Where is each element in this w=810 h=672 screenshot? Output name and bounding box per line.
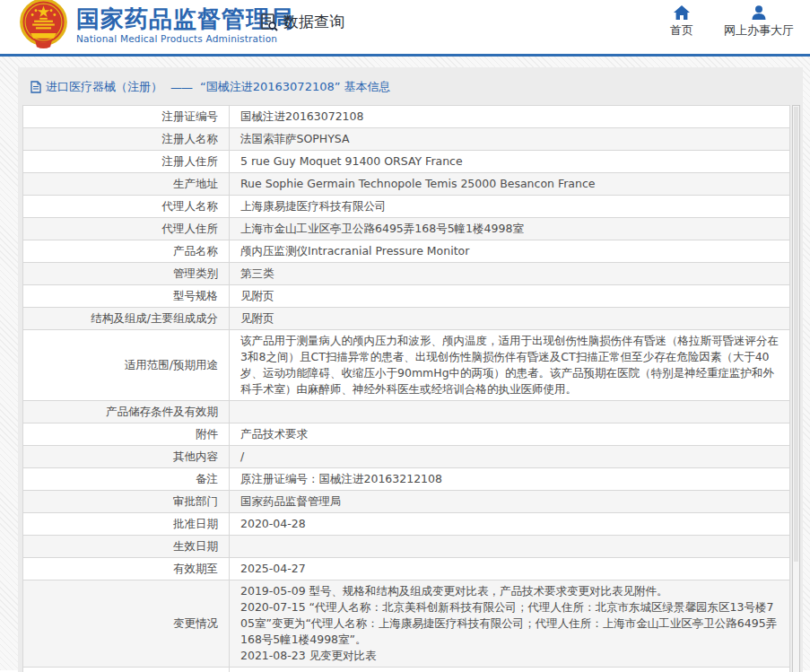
row-label: 适用范围/预期用途 <box>23 330 230 401</box>
row-value: / <box>230 446 790 468</box>
row-label: 产品名称 <box>23 240 230 263</box>
row-label: 生产地址 <box>23 173 230 196</box>
site-header: 国家药品监督管理局 National Medical Products Admi… <box>0 0 810 54</box>
home-icon <box>674 5 690 20</box>
top-nav: 首页 网上办事大厅 <box>670 5 794 39</box>
row-value: 上海康易捷医疗科技有限公司 <box>230 196 790 218</box>
table-row: 产品名称颅内压监测仪Intracranial Pressure Monitor <box>23 240 790 263</box>
row-label: 代理人名称 <box>23 196 230 218</box>
breadcrumb-current: “国械注进20163072108” 基本信息 <box>200 79 391 95</box>
table-row: 附件产品技术要求 <box>23 423 790 446</box>
value-line: 2019-05-09 型号、规格和结构及组成变更对比表，产品技术要求变更对比表见… <box>240 583 779 599</box>
row-value: 5 rue Guy Moquet 91400 ORSAY France <box>230 151 790 173</box>
table-row: 适用范围/预期用途该产品用于测量病人的颅内压力和波形、颅内温度，适用于出现创伤性… <box>23 330 790 401</box>
table-row: 代理人住所上海市金山工业区亭卫公路6495弄168号5幢1楼4998室 <box>23 218 790 240</box>
nav-home-label: 首页 <box>670 22 693 39</box>
table-area: 注册证编号国械注进20163072108注册人名称法国索菲萨SOPHYSA注册人… <box>18 105 803 672</box>
table-row: 注册证编号国械注进20163072108 <box>23 106 790 128</box>
person-icon <box>751 5 767 20</box>
row-label: 结构及组成/主要组成成分 <box>23 308 230 330</box>
page-background: 进口医疗器械（注册） —— “国械注进20163072108” 基本信息 注册证… <box>0 57 810 670</box>
row-value: 国械注进20163072108 <box>230 106 790 128</box>
row-label: 注册人住所 <box>23 151 230 173</box>
row-value: 2019-05-09 型号、规格和结构及组成变更对比表，产品技术要求变更对比表见… <box>230 580 790 668</box>
row-label: 代理人住所 <box>23 218 230 240</box>
row-value: Rue Sophie Germain Technopole Temis 2500… <box>230 173 790 196</box>
nav-home[interactable]: 首页 <box>670 5 693 39</box>
row-value: 原注册证编号：国械注进20163212108 <box>230 468 790 491</box>
table-row: 产品储存条件及有效期 <box>23 401 790 423</box>
row-value: 产品技术要求 <box>230 423 790 446</box>
site-subtitle: National Medical Products Administration <box>76 33 294 44</box>
value-line: 2021-08-23 见变更对比表 <box>240 648 779 664</box>
row-label: 生效日期 <box>23 536 230 558</box>
nav-service-hall-label: 网上办事大厅 <box>724 22 794 39</box>
vertical-scrollbar[interactable] <box>792 105 800 672</box>
breadcrumb-category[interactable]: 进口医疗器械（注册） <box>46 79 162 95</box>
table-row: 型号规格见附页 <box>23 285 790 308</box>
table-row: 生产地址Rue Sophie Germain Technopole Temis … <box>23 173 790 196</box>
table-row: 生效日期 <box>23 536 790 558</box>
table-row: 注详情 <box>23 668 790 672</box>
china-national-emblem-icon <box>18 0 69 49</box>
data-query-label: 数据查询 <box>283 12 344 32</box>
breadcrumb: 进口医疗器械（注册） —— “国械注进20163072108” 基本信息 <box>18 67 803 105</box>
row-value <box>230 536 790 558</box>
table-row: 其他内容/ <box>23 446 790 468</box>
row-value: 第三类 <box>230 263 790 285</box>
row-label: 变更情况 <box>23 580 230 668</box>
row-value: 2020-04-28 <box>230 513 790 536</box>
data-query-tab[interactable]: 数据查询 <box>259 12 344 32</box>
row-label: 注 <box>23 668 230 672</box>
row-label: 附件 <box>23 423 230 446</box>
nav-service-hall[interactable]: 网上办事大厅 <box>724 5 794 39</box>
table-row: 有效期至2025-04-27 <box>23 558 790 580</box>
row-value: 国家药品监督管理局 <box>230 491 790 513</box>
site-logo[interactable]: 国家药品监督管理局 National Medical Products Admi… <box>18 0 294 49</box>
row-value: 2025-04-27 <box>230 558 790 580</box>
row-label: 注册证编号 <box>23 106 230 128</box>
document-search-icon <box>259 13 279 32</box>
row-value: 法国索菲萨SOPHYSA <box>230 128 790 151</box>
row-value: 见附页 <box>230 308 790 330</box>
row-label: 备注 <box>23 468 230 491</box>
row-label: 管理类别 <box>23 263 230 285</box>
row-value <box>230 401 790 423</box>
breadcrumb-separator: —— <box>170 81 192 94</box>
table-row: 注册人名称法国索菲萨SOPHYSA <box>23 128 790 151</box>
table-row: 结构及组成/主要组成成分见附页 <box>23 308 790 330</box>
row-value: 该产品用于测量病人的颅内压力和波形、颅内温度，适用于出现创伤性脑损伤伴有昏迷（格… <box>230 330 790 401</box>
row-value: 详情 <box>230 668 790 672</box>
value-line: 2020-07-15 “代理人名称：北京美科创新科技有限公司；代理人住所：北京市… <box>240 599 779 648</box>
row-label: 产品储存条件及有效期 <box>23 401 230 423</box>
table-row: 变更情况2019-05-09 型号、规格和结构及组成变更对比表，产品技术要求变更… <box>23 580 790 668</box>
row-value: 颅内压监测仪Intracranial Pressure Monitor <box>230 240 790 263</box>
scrollbar-thumb[interactable] <box>794 107 798 562</box>
row-label: 批准日期 <box>23 513 230 536</box>
content-panel: 进口医疗器械（注册） —— “国械注进20163072108” 基本信息 注册证… <box>18 67 803 672</box>
table-row: 批准日期2020-04-28 <box>23 513 790 536</box>
table-row: 代理人名称上海康易捷医疗科技有限公司 <box>23 196 790 218</box>
row-value: 上海市金山工业区亭卫公路6495弄168号5幢1楼4998室 <box>230 218 790 240</box>
row-value: 见附页 <box>230 285 790 308</box>
row-label: 注册人名称 <box>23 128 230 151</box>
document-icon <box>30 81 41 93</box>
row-label: 型号规格 <box>23 285 230 308</box>
table-row: 注册人住所5 rue Guy Moquet 91400 ORSAY France <box>23 151 790 173</box>
row-label: 其他内容 <box>23 446 230 468</box>
table-row: 管理类别第三类 <box>23 263 790 285</box>
table-row: 备注原注册证编号：国械注进20163212108 <box>23 468 790 491</box>
row-label: 有效期至 <box>23 558 230 580</box>
row-label: 审批部门 <box>23 491 230 513</box>
table-row: 审批部门国家药品监督管理局 <box>23 491 790 513</box>
info-table: 注册证编号国械注进20163072108注册人名称法国索菲萨SOPHYSA注册人… <box>22 105 790 672</box>
